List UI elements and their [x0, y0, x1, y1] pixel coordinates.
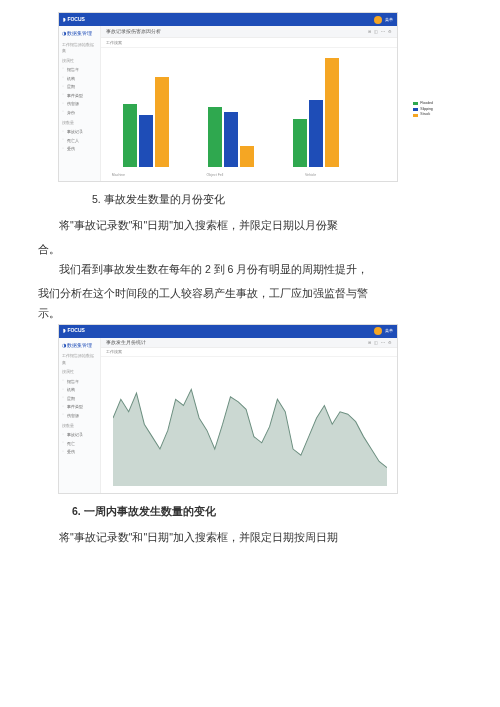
- bar: [240, 146, 254, 167]
- heading-6: 6. 一周内事故发生数量的变化: [72, 502, 462, 522]
- sidebar-section: 按属性: [62, 58, 97, 65]
- action-icon[interactable]: ⊞: [368, 28, 371, 36]
- sidebar-item[interactable]: 受伤: [62, 145, 97, 154]
- bar-group: [123, 77, 169, 167]
- x-axis: Machine Object Fell Vehicle: [71, 172, 357, 179]
- search-label: 工作搜索: [106, 39, 122, 47]
- action-icon[interactable]: ⊞: [368, 339, 371, 347]
- sidebar-item[interactable]: 身份: [62, 108, 97, 117]
- sidebar-attr-list: 报告年 机构 星期 事件类型 伤害源 身份: [62, 65, 97, 117]
- sidebar-header[interactable]: ◑ 数据集管理: [62, 342, 97, 351]
- sidebar-item[interactable]: 伤害源: [62, 411, 97, 420]
- bar: [224, 112, 238, 167]
- bar: [293, 119, 307, 167]
- search-label: 工作搜索: [106, 348, 122, 356]
- menu-label[interactable]: 菜单: [385, 16, 393, 24]
- menu-label[interactable]: 菜单: [385, 327, 393, 335]
- action-icon[interactable]: ⋯: [381, 339, 385, 347]
- sidebar-item[interactable]: 机构: [62, 74, 97, 83]
- bar-group: [293, 58, 339, 167]
- sidebar-item[interactable]: 报告年: [62, 377, 97, 386]
- chart-title: 事故记录按伤害原因分析: [106, 27, 161, 37]
- chart-header: 事故发生月份统计 ⊞ ◫ ⋯ ⚙: [101, 338, 397, 349]
- chart-header: 事故记录按伤害原因分析 ⊞ ◫ ⋯ ⚙: [101, 26, 397, 38]
- sidebar-header[interactable]: ◑ 数据集管理: [62, 30, 97, 39]
- sidebar-item[interactable]: 事件类型: [62, 91, 97, 100]
- sidebar-item[interactable]: 星期: [62, 83, 97, 92]
- bar-group: [208, 107, 254, 167]
- action-icon[interactable]: ◫: [374, 28, 378, 36]
- sidebar-item[interactable]: 机构: [62, 386, 97, 395]
- sidebar-item[interactable]: 星期: [62, 394, 97, 403]
- chart-legend: Flooded Slipping Struck: [413, 101, 433, 118]
- bar: [208, 107, 222, 167]
- bar: [139, 115, 153, 167]
- avatar[interactable]: [374, 327, 382, 335]
- sidebar-item[interactable]: 死亡人: [62, 136, 97, 145]
- body-text: 将"事故记录数"和"日期"加入搜索框，并限定日期按周日期: [38, 528, 462, 548]
- sidebar-section: 按属性: [62, 369, 97, 376]
- sidebar: ◑ 数据集管理 工作报告原始数据集 按属性 报告年 机构 星期 事件类型 伤害源…: [59, 26, 101, 181]
- brand-logo: ◗ FOCUS: [63, 15, 85, 25]
- brand-logo: ◗ FOCUS: [63, 326, 85, 336]
- body-text: 我们看到事故发生数在每年的 2 到 6 月份有明显的周期性提升，: [38, 260, 462, 280]
- screenshot-bar-chart: ◗ FOCUS 菜单 ◑ 数据集管理 工作报告原始数据集 按属性 报告年 机构 …: [58, 12, 398, 182]
- action-icon[interactable]: ◫: [374, 339, 378, 347]
- body-text: 示。: [38, 304, 462, 324]
- sidebar: ◑ 数据集管理 工作报告原始数据集 按属性 报告年 机构 星期 事件类型 伤害源…: [59, 338, 101, 493]
- bar: [123, 104, 137, 167]
- gear-icon[interactable]: ⚙: [388, 28, 392, 36]
- body-text: 将"事故记录数"和"日期"加入搜索框，并限定日期以月份聚: [38, 216, 462, 236]
- bar: [155, 77, 169, 167]
- action-icon[interactable]: ⋯: [381, 28, 385, 36]
- bar: [325, 58, 339, 167]
- sidebar-item[interactable]: 报告年: [62, 65, 97, 74]
- area-plot-area: [101, 357, 397, 500]
- avatar[interactable]: [374, 16, 382, 24]
- gear-icon[interactable]: ⚙: [388, 339, 392, 347]
- sidebar-attr-list: 报告年 机构 星期 事件类型 伤害源: [62, 377, 97, 420]
- sidebar-section: 工作报告原始数据集: [62, 353, 97, 366]
- sidebar-num-list: 事故记录 死亡人 受伤: [62, 128, 97, 154]
- search-row[interactable]: 工作搜索: [101, 38, 397, 48]
- bar-plot-area: Flooded Slipping Struck: [101, 48, 397, 181]
- sidebar-item[interactable]: 事故记录: [62, 128, 97, 137]
- area-svg: [113, 362, 387, 486]
- sidebar-section: 按数量: [62, 120, 97, 127]
- app-titlebar: ◗ FOCUS 菜单: [59, 325, 397, 338]
- sidebar-item[interactable]: 受伤: [62, 448, 97, 457]
- search-row[interactable]: 工作搜索: [101, 348, 397, 357]
- sidebar-item[interactable]: 事故记录: [62, 431, 97, 440]
- body-text: 合。: [38, 240, 462, 260]
- chart-title: 事故发生月份统计: [106, 338, 146, 348]
- body-text: 我们分析在这个时间段的工人较容易产生事故，工厂应加强监督与警: [38, 284, 462, 304]
- sidebar-item[interactable]: 死亡: [62, 439, 97, 448]
- sidebar-item[interactable]: 伤害源: [62, 100, 97, 109]
- sidebar-section: 按数量: [62, 423, 97, 430]
- sidebar-item[interactable]: 事件类型: [62, 403, 97, 412]
- screenshot-area-chart: ◗ FOCUS 菜单 ◑ 数据集管理 工作报告原始数据集 按属性 报告年 机构 …: [58, 324, 398, 494]
- app-titlebar: ◗ FOCUS 菜单: [59, 13, 397, 26]
- bar: [309, 100, 323, 167]
- sidebar-num-list: 事故记录 死亡 受伤: [62, 431, 97, 457]
- sidebar-section: 工作报告原始数据集: [62, 42, 97, 55]
- figure-caption: 5. 事故发生数量的月份变化: [92, 190, 462, 210]
- area-fill: [113, 389, 387, 486]
